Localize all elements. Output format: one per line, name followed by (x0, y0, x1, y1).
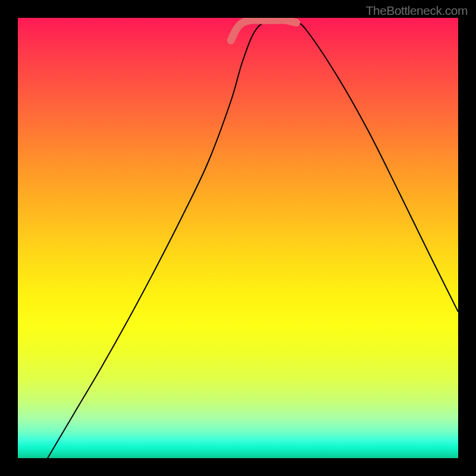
floor-highlight-path (231, 20, 296, 40)
plot-area (18, 18, 458, 458)
watermark-text: TheBottleneck.com (366, 4, 468, 18)
bottleneck-curve-path (48, 20, 458, 458)
chart-container: TheBottleneck.com (0, 0, 476, 476)
curve-svg (18, 18, 458, 458)
